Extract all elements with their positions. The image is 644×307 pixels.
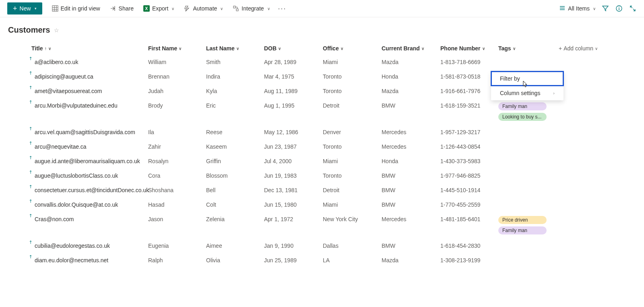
column-header-tags[interactable]: Tags ∨ [498, 45, 559, 52]
table-row[interactable]: ↗arcu.Morbi@vulputateduinec.eduBrodyEric… [8, 98, 636, 125]
cell-last: Aimee [206, 243, 264, 249]
item-title-text: diam.eu.dolor@necmetus.net [35, 257, 108, 263]
item-title-link[interactable]: ↗consectetuer.cursus.et@tinciduntDonec.c… [31, 187, 149, 193]
cell-last: Griffin [206, 158, 264, 164]
item-title-link[interactable]: ↗adipiscing@augueut.ca [31, 73, 93, 80]
cell-dob: Jun 23, 1987 [264, 143, 323, 150]
item-title-link[interactable]: ↗augue@luctuslobortisClass.co.uk [31, 172, 118, 179]
integrate-label: Integrate [242, 5, 264, 12]
cell-phone: 1-618-454-2830 [440, 243, 498, 249]
item-title-link[interactable]: ↗arcu@nequevitae.ca [31, 143, 87, 150]
column-header-dob[interactable]: DOB ∨ [264, 45, 323, 52]
cell-office: Denver [323, 129, 382, 135]
item-title-text: Cras@non.com [35, 216, 74, 222]
export-button[interactable]: X Export ∨ [139, 4, 178, 13]
cell-first: Cora [148, 172, 206, 179]
item-title-link[interactable]: ↗arcu.Morbi@vulputateduinec.edu [31, 102, 118, 109]
filter-pane-button[interactable] [601, 4, 609, 12]
view-list-icon [559, 5, 566, 12]
cell-first: Jason [148, 216, 206, 222]
column-header-office[interactable]: Office ∨ [323, 45, 382, 52]
column-context-menu: Filter by Column settings › [491, 71, 564, 100]
item-title-link[interactable]: ↗diam.eu.dolor@necmetus.net [31, 257, 108, 263]
automate-button[interactable]: Automate ∨ [180, 4, 227, 13]
menu-item-column-settings[interactable]: Column settings › [491, 86, 564, 100]
item-title-text: amet@vitaeposuereat.com [35, 88, 102, 94]
item-title-link[interactable]: ↗Cras@non.com [31, 216, 74, 222]
column-header-label: Last Name [206, 45, 235, 52]
cell-last: Kaseem [206, 143, 264, 150]
cell-last: Kyla [206, 88, 264, 94]
table-row[interactable]: ↗cubilia@eudoloregestas.co.ukEugeniaAime… [8, 239, 636, 253]
item-title-link[interactable]: ↗augue.id.ante@liberomaurisaliquam.co.uk [31, 158, 140, 164]
cell-phone: 1-581-873-0518 [440, 73, 498, 80]
chevron-down-icon: ∨ [179, 46, 182, 51]
table-row[interactable]: ↗consectetuer.cursus.et@tinciduntDonec.c… [8, 183, 636, 197]
cell-office: Miami [323, 59, 382, 65]
item-title-text: adipiscing@augueut.ca [35, 73, 93, 80]
cell-office: Miami [323, 201, 382, 208]
chevron-down-icon: ∨ [48, 46, 51, 51]
share-button[interactable]: Share [106, 4, 138, 13]
column-header-phone-number[interactable]: Phone Number ∨ [440, 45, 498, 52]
table-row[interactable]: ↗a@aclibero.co.ukWilliamSmithApr 28, 198… [8, 55, 636, 69]
item-open-icon: ↗ [28, 70, 34, 77]
new-button[interactable]: + New ▾ [7, 2, 42, 15]
cell-first: Judah [148, 88, 206, 94]
column-header-title[interactable]: Title ↑ ∨ [31, 45, 148, 52]
item-title-link[interactable]: ↗a@aclibero.co.uk [31, 59, 78, 65]
cell-dob: Jan 9, 1990 [264, 243, 323, 249]
item-title-link[interactable]: ↗convallis.dolor.Quisque@at.co.uk [31, 201, 118, 208]
tag-pill: Looking to buy s... [498, 113, 547, 121]
chevron-down-icon: ∨ [595, 46, 598, 51]
column-header-last-name[interactable]: Last Name ∨ [206, 45, 264, 52]
new-button-label: New [20, 5, 31, 12]
edit-grid-button[interactable]: Edit in grid view [48, 4, 104, 13]
table-row[interactable]: ↗arcu.vel.quam@sagittisDuisgravida.comIl… [8, 125, 636, 139]
cell-brand: Honda [382, 158, 440, 164]
item-title-link[interactable]: ↗arcu.vel.quam@sagittisDuisgravida.com [31, 129, 135, 135]
menu-item-label: Column settings [500, 90, 540, 96]
table-row[interactable]: ↗arcu@nequevitae.caZahirKaseemJun 23, 19… [8, 139, 636, 154]
cell-phone: 1-430-373-5983 [440, 158, 498, 164]
menu-item-filter-by[interactable]: Filter by [491, 71, 564, 86]
chevron-down-icon: ∨ [220, 6, 223, 11]
expand-button[interactable] [629, 4, 637, 12]
table-row[interactable]: ↗augue.id.ante@liberomaurisaliquam.co.uk… [8, 154, 636, 168]
item-title-link[interactable]: ↗cubilia@eudoloregestas.co.uk [31, 243, 110, 249]
table-row[interactable]: ↗augue@luctuslobortisClass.co.ukCoraBlos… [8, 168, 636, 183]
integrate-button[interactable]: Integrate ∨ [229, 4, 274, 13]
item-title-text: arcu.vel.quam@sagittisDuisgravida.com [35, 129, 135, 135]
cell-brand: Mercedes [382, 143, 440, 150]
cell-dob: Apr 28, 1989 [264, 59, 323, 65]
item-title-text: consectetuer.cursus.et@tinciduntDonec.co… [35, 187, 149, 193]
cell-dob: Jun 19, 1983 [264, 172, 323, 179]
add-column-button[interactable]: + Add column ∨ [559, 45, 607, 52]
column-header-label: Tags [498, 45, 511, 52]
share-icon [110, 5, 116, 12]
cell-last: Smith [206, 59, 264, 65]
chevron-down-icon: ▾ [35, 6, 37, 10]
tags-cell: Price drivenFamily man [498, 216, 559, 234]
item-title-text: cubilia@eudoloregestas.co.uk [35, 243, 110, 249]
toolbar-right: All Items ∨ [559, 4, 637, 12]
cell-first: Ralph [148, 257, 206, 263]
favorite-star-icon[interactable]: ☆ [54, 27, 59, 33]
cell-office: Detroit [323, 187, 382, 193]
cell-phone: 1-770-455-2559 [440, 201, 498, 208]
chevron-right-icon: › [553, 91, 555, 95]
info-pane-button[interactable] [615, 4, 623, 12]
table-row[interactable]: ↗convallis.dolor.Quisque@at.co.ukHasadCo… [8, 197, 636, 212]
cell-phone: 1-618-159-3521 [440, 102, 498, 109]
cell-dob: Mar 4, 1975 [264, 73, 323, 80]
column-header-first-name[interactable]: First Name ∨ [148, 45, 206, 52]
cell-dob: Aug 1, 1995 [264, 102, 323, 109]
table-row[interactable]: ↗Cras@non.comJasonZeleniaApr 1, 1972New … [8, 212, 636, 239]
overflow-menu-button[interactable]: ··· [276, 4, 289, 13]
tag-pill: Family man [498, 102, 547, 110]
column-header-current-brand[interactable]: Current Brand ∨ [382, 45, 440, 52]
view-selector[interactable]: All Items ∨ [559, 5, 596, 12]
table-row[interactable]: ↗diam.eu.dolor@necmetus.netRalphOliviaJu… [8, 253, 636, 268]
cell-last: Eric [206, 102, 264, 109]
item-title-link[interactable]: ↗amet@vitaeposuereat.com [31, 88, 102, 94]
